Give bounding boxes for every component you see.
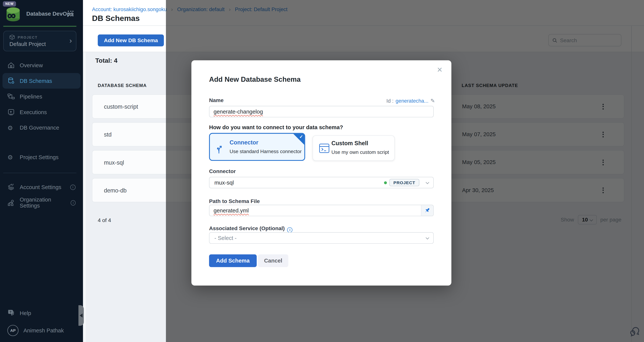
connector-branch-icon bbox=[216, 143, 227, 154]
connector-value: mux-sql bbox=[214, 179, 234, 186]
new-badge: NEW bbox=[3, 1, 16, 6]
org-chart-icon bbox=[7, 199, 15, 206]
schema-name-input[interactable]: generate-changelog bbox=[209, 106, 434, 117]
sidebar-item-organization-settings[interactable]: Organization Settings i bbox=[2, 195, 80, 211]
pagination-range: 4 of 4 bbox=[98, 217, 111, 223]
user-name: Animesh Pathak bbox=[24, 327, 64, 333]
service-select[interactable]: - Select - bbox=[209, 232, 434, 244]
sidebar-divider bbox=[3, 173, 76, 173]
db-schema-icon bbox=[7, 77, 15, 84]
project-name: Default Project bbox=[10, 41, 46, 47]
check-icon: ✓ bbox=[300, 134, 303, 139]
column-header-database-schema: DATABASE SCHEMA bbox=[98, 83, 147, 88]
option-subtitle: Use my own custom script bbox=[332, 149, 389, 155]
chevron-down-icon bbox=[426, 236, 429, 239]
option-card-connector[interactable]: ✓ Connector Use standard Harness connect… bbox=[209, 133, 305, 161]
connector-select[interactable]: mux-sql PROJECT bbox=[209, 177, 434, 188]
info-icon[interactable]: i bbox=[70, 184, 76, 190]
sidebar-item-pipelines[interactable]: Pipelines bbox=[2, 89, 80, 104]
database-devops-logo-icon bbox=[4, 5, 22, 23]
secondary-nav: Account Settings i Organization Settings… bbox=[2, 179, 80, 211]
option-card-custom-shell[interactable]: Custom Shell Use my own custom script bbox=[312, 135, 395, 161]
sidebar-item-executions[interactable]: Executions bbox=[2, 104, 80, 120]
sidebar-item-overview[interactable]: Overview bbox=[2, 57, 80, 73]
option-subtitle: Use standard Harness connector bbox=[230, 149, 302, 154]
primary-nav: Overview DB Schemas Pipelines bbox=[2, 57, 80, 165]
app-switcher-grid-icon[interactable] bbox=[68, 11, 74, 17]
brand-divider bbox=[3, 26, 76, 26]
id-prefix: Id : bbox=[386, 98, 394, 104]
project-kicker: PROJECT bbox=[18, 35, 38, 39]
schema-name: custom-script bbox=[104, 103, 138, 110]
schema-name: demo-db bbox=[104, 187, 126, 193]
cube-icon bbox=[10, 34, 15, 40]
gear-icon: ⚙ bbox=[7, 124, 15, 131]
terminal-icon bbox=[319, 143, 330, 154]
path-input[interactable]: generated.yml bbox=[209, 205, 434, 216]
service-placeholder: - Select - bbox=[214, 235, 236, 241]
collapse-arrow-icon bbox=[80, 313, 82, 318]
app-root: NEW Database DevOps PROJECT Default Proj… bbox=[0, 0, 644, 342]
sidebar-item-account-settings[interactable]: Account Settings i bbox=[2, 179, 80, 195]
schema-name: mux-sql bbox=[104, 159, 124, 166]
scope-badge: PROJECT bbox=[389, 179, 419, 186]
user-menu[interactable]: AP Animesh Pathak bbox=[2, 323, 80, 338]
modal-title: Add New Database Schema bbox=[209, 75, 301, 84]
schema-name: std bbox=[104, 131, 112, 138]
sidebar-item-project-settings[interactable]: ⚙ Project Settings bbox=[2, 149, 80, 165]
name-label: Name bbox=[209, 97, 224, 103]
close-icon[interactable]: × bbox=[437, 65, 442, 74]
scrollbar[interactable] bbox=[83, 26, 86, 342]
home-icon bbox=[7, 62, 15, 69]
sidebar: NEW Database DevOps PROJECT Default Proj… bbox=[0, 0, 83, 342]
project-selector[interactable]: PROJECT Default Project › bbox=[3, 31, 76, 51]
info-icon[interactable]: i bbox=[287, 227, 292, 232]
sidebar-item-db-schemas[interactable]: DB Schemas bbox=[2, 73, 80, 89]
sidebar-item-db-governance[interactable]: ⚙ DB Governance bbox=[2, 120, 80, 135]
pushpin-icon bbox=[424, 207, 430, 214]
path-label: Path to Schema File bbox=[209, 198, 260, 204]
chevron-right-icon: › bbox=[70, 36, 72, 45]
connect-question: How do you want to connect to your data … bbox=[209, 124, 343, 130]
status-dot bbox=[384, 181, 387, 184]
edit-pencil-icon[interactable]: ✎ bbox=[430, 97, 435, 104]
sidebar-collapse-handle[interactable] bbox=[78, 305, 84, 326]
option-title: Custom Shell bbox=[332, 140, 368, 146]
cancel-button[interactable]: Cancel bbox=[258, 254, 288, 267]
layers-icon bbox=[7, 184, 15, 191]
info-icon[interactable]: i bbox=[71, 200, 76, 205]
id-value-link[interactable]: generatecha... bbox=[396, 98, 428, 104]
pipelines-icon bbox=[7, 93, 15, 100]
chevron-down-icon bbox=[426, 181, 429, 184]
page-title: DB Schemas bbox=[92, 14, 140, 23]
avatar: AP bbox=[7, 325, 18, 336]
app-title: Database DevOps bbox=[26, 11, 73, 17]
user-section: AP Animesh Pathak bbox=[2, 323, 80, 338]
help-button[interactable]: ? Help bbox=[2, 305, 80, 321]
add-new-db-schema-button[interactable]: Add New DB Schema bbox=[98, 34, 164, 46]
add-schema-button[interactable]: Add Schema bbox=[209, 254, 256, 267]
gear-icon: ⚙ bbox=[7, 154, 15, 160]
executions-icon bbox=[7, 108, 15, 115]
entity-id-row: Id : generatecha... ✎ bbox=[386, 97, 435, 104]
total-count: Total: 4 bbox=[95, 57, 118, 64]
help-chat-icon: ? bbox=[7, 310, 15, 317]
service-label: Associated Service (Optional)i bbox=[209, 225, 292, 232]
help-section: ? Help bbox=[2, 305, 80, 321]
connector-label: Connector bbox=[209, 168, 236, 174]
option-title: Connector bbox=[230, 139, 258, 146]
svg-text:?: ? bbox=[10, 310, 12, 314]
add-schema-modal: × Add New Database Schema Name Id : gene… bbox=[191, 60, 451, 286]
pin-button[interactable] bbox=[421, 205, 433, 216]
breadcrumb-account-link[interactable]: Account: kurosakiichigo.songoku bbox=[92, 6, 167, 12]
